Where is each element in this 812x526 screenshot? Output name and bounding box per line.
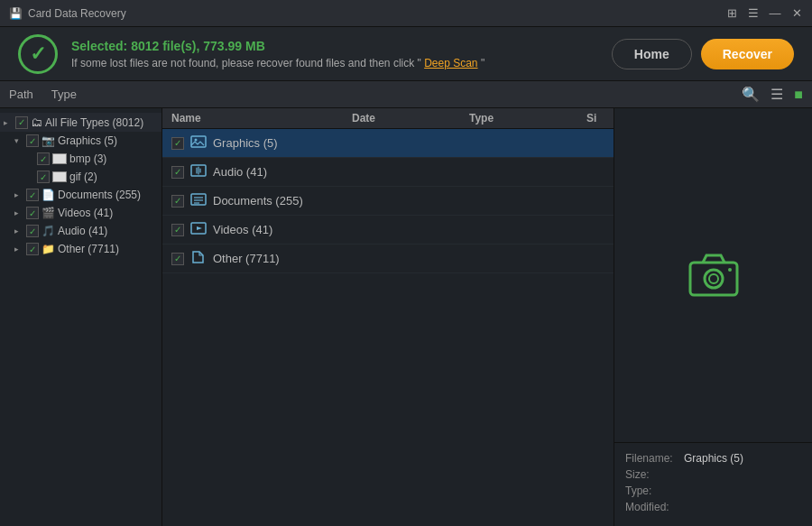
tree-item-all[interactable]: ▸ ✓ 🗂 All File Types (8012) [0, 113, 161, 132]
info-bar: ✓ Selected: 8012 file(s), 773.99 MB If s… [0, 27, 812, 81]
file-item-other[interactable]: ✓ Other (7711) [162, 245, 614, 273]
arrow-icon: ▸ [14, 208, 23, 217]
file-item-audio[interactable]: ✓ Audio (41) [162, 158, 614, 187]
svg-point-11 [709, 274, 718, 283]
settings-icon[interactable]: ⊞ [725, 7, 738, 20]
size-label: Size: [625, 468, 684, 481]
col-header-name: Name [171, 112, 352, 125]
info-left: ✓ Selected: 8012 file(s), 773.99 MB If s… [18, 34, 484, 74]
checkbox-videos[interactable]: ✓ [26, 207, 39, 219]
checkbox-bmp[interactable]: ✓ [37, 152, 50, 165]
tree-label-documents: Documents (255) [58, 189, 141, 201]
col-header-type: Type [469, 112, 586, 125]
type-label: Type: [625, 484, 684, 497]
svg-marker-8 [197, 226, 202, 230]
menu-icon[interactable]: ☰ [747, 7, 760, 20]
audio-icon: 🎵 [42, 225, 55, 237]
app-icon: 💾 [9, 7, 23, 20]
checkbox-documents[interactable]: ✓ [26, 189, 39, 201]
col-header-size: Si [586, 112, 604, 125]
file-panel: Name Date Type Si ✓ Graphics (5) [162, 108, 614, 526]
home-button[interactable]: Home [612, 39, 692, 69]
title-bar-controls: ⊞ ☰ — ✕ [725, 7, 803, 20]
bmp-icon [52, 153, 67, 164]
file-item-graphics[interactable]: ✓ Graphics (5) [162, 129, 614, 158]
type-label[interactable]: Type [51, 88, 77, 101]
svg-point-10 [705, 270, 723, 288]
camera-icon [687, 248, 741, 302]
checkbox-other[interactable]: ✓ [26, 243, 39, 255]
documents-icon: 📄 [42, 189, 55, 201]
tree-item-gif[interactable]: ✓ gif (2) [0, 168, 161, 186]
file-item-documents[interactable]: ✓ Documents (255) [162, 187, 614, 216]
arrow-icon: ▸ [4, 118, 13, 127]
folder-icon: 🗂 [31, 115, 42, 129]
filename-label: Filename: [625, 452, 684, 465]
info-row-size: Size: [625, 468, 801, 481]
svg-point-1 [195, 139, 198, 142]
tree-panel: ▸ ✓ 🗂 All File Types (8012) ▾ ✓ 📷 Graphi… [0, 108, 162, 526]
file-name-documents: Documents (255) [213, 194, 604, 208]
file-check-graphics[interactable]: ✓ [171, 137, 184, 150]
file-other-icon [189, 249, 208, 268]
file-name-other: Other (7711) [213, 252, 604, 265]
file-item-videos[interactable]: ✓ Videos (41) [162, 216, 614, 245]
gif-icon [52, 171, 67, 182]
file-check-audio[interactable]: ✓ [171, 166, 184, 179]
preview-info: Filename: Graphics (5) Size: Type: Modif… [614, 442, 812, 526]
title-bar: 💾 Card Data Recovery ⊞ ☰ — ✕ [0, 0, 812, 27]
tree-label-other: Other (7711) [58, 243, 119, 255]
file-graphics-icon [189, 134, 208, 152]
file-check-videos[interactable]: ✓ [171, 224, 184, 236]
path-label[interactable]: Path [9, 88, 33, 101]
file-check-documents[interactable]: ✓ [171, 195, 184, 208]
main-content: ▸ ✓ 🗂 All File Types (8012) ▾ ✓ 📷 Graphi… [0, 108, 812, 526]
file-header: Name Date Type Si [162, 108, 614, 129]
arrow-icon: ▸ [14, 190, 23, 199]
close-button[interactable]: ✕ [790, 7, 803, 20]
tree-item-documents[interactable]: ▸ ✓ 📄 Documents (255) [0, 186, 161, 204]
toolbar: Path Type 🔍 ☰ ■ [0, 81, 812, 108]
recover-button[interactable]: Recover [701, 39, 794, 69]
file-documents-icon [189, 191, 208, 210]
list-icon[interactable]: ☰ [770, 86, 783, 103]
arrow-icon: ▸ [14, 245, 23, 254]
checkbox-gif[interactable]: ✓ [37, 171, 50, 183]
search-icon[interactable]: 🔍 [742, 86, 760, 103]
checkbox-all[interactable]: ✓ [15, 116, 28, 129]
info-row-type: Type: [625, 484, 801, 497]
hint-text: If some lost files are not found, please… [71, 57, 484, 69]
checkbox-audio[interactable]: ✓ [26, 225, 39, 237]
tree-label-audio: Audio (41) [58, 225, 107, 237]
top-buttons: Home Recover [612, 39, 794, 69]
tree-label-bmp: bmp (3) [69, 152, 106, 165]
tree-label-graphics: Graphics (5) [58, 134, 117, 147]
file-list: ✓ Graphics (5) ✓ [162, 129, 614, 526]
success-indicator: ✓ [18, 34, 58, 74]
file-name-videos: Videos (41) [213, 223, 604, 236]
tree-label-gif: gif (2) [69, 171, 97, 183]
file-audio-icon [189, 162, 208, 181]
graphics-icon: 📷 [42, 134, 55, 147]
checkbox-graphics[interactable]: ✓ [26, 134, 39, 147]
arrow-icon: ▸ [14, 226, 23, 235]
svg-rect-9 [690, 263, 737, 295]
videos-icon: 🎬 [42, 207, 55, 219]
file-videos-icon [189, 220, 208, 239]
preview-image [614, 108, 812, 442]
tree-item-audio[interactable]: ▸ ✓ 🎵 Audio (41) [0, 222, 161, 240]
tree-item-other[interactable]: ▸ ✓ 📁 Other (7711) [0, 240, 161, 258]
filename-value: Graphics (5) [684, 452, 743, 465]
tree-item-videos[interactable]: ▸ ✓ 🎬 Videos (41) [0, 204, 161, 222]
tree-item-bmp[interactable]: ✓ bmp (3) [0, 150, 161, 168]
info-text: Selected: 8012 file(s), 773.99 MB If som… [71, 39, 484, 69]
deep-scan-link[interactable]: Deep Scan [424, 57, 477, 69]
file-name-graphics: Graphics (5) [213, 136, 604, 150]
file-check-other[interactable]: ✓ [171, 253, 184, 265]
title-bar-left: 💾 Card Data Recovery [9, 7, 126, 20]
info-row-filename: Filename: Graphics (5) [625, 452, 801, 465]
tree-item-graphics[interactable]: ▾ ✓ 📷 Graphics (5) [0, 132, 161, 150]
minimize-button[interactable]: — [769, 7, 781, 20]
toolbar-right: 🔍 ☰ ■ [742, 86, 803, 103]
app-title: Card Data Recovery [28, 7, 126, 20]
